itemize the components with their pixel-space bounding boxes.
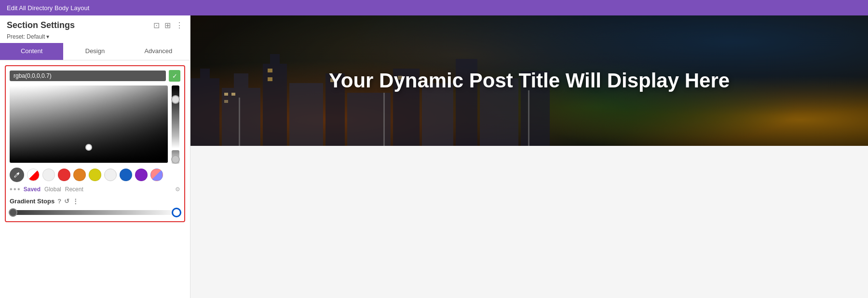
top-bar: Edit All Directory Body Layout [0,0,868,15]
swatch-blue[interactable] [120,169,132,181]
top-bar-label: Edit All Directory Body Layout [7,4,89,12]
color-tabs-dots[interactable]: • • • [10,185,20,194]
swatches-row [10,168,180,182]
alpha-slider-handle[interactable] [171,155,180,164]
main-layout: Section Settings ⊡ ⊞ ⋮ Preset: Default ▾… [0,15,868,298]
sidebar-header: Section Settings ⊡ ⊞ ⋮ [0,15,190,33]
svg-rect-1 [200,69,210,78]
color-tab-gear-icon[interactable]: ⚙ [175,186,180,193]
preset-arrow: ▾ [46,33,49,40]
gradient-stops-label: Gradient Stops [10,198,54,205]
hue-slider-handle[interactable] [171,95,180,104]
color-gradient-canvas[interactable] [10,85,168,163]
tab-bar: Content Design Advanced [0,43,190,60]
section-settings-title: Section Settings [7,20,75,30]
preview-area: Your Dynamic Post Title Will Display Her… [190,15,868,298]
swatch-yellow[interactable] [89,169,101,181]
svg-rect-14 [239,98,240,146]
swatch-red[interactable] [58,169,70,181]
svg-rect-6 [289,83,323,146]
color-tab-recent[interactable]: Recent [65,186,83,193]
color-tabs-row: • • • Saved Global Recent ⚙ [10,185,180,194]
swatch-purple[interactable] [135,169,148,181]
gradient-stop-left[interactable] [9,208,17,217]
color-picker-container: ✓ [5,65,185,222]
color-check-button[interactable]: ✓ [169,70,180,82]
preview-title: Your Dynamic Post Title Will Display Her… [329,69,730,92]
color-tab-saved[interactable]: Saved [24,186,41,193]
svg-rect-0 [190,78,219,146]
collapse-icon[interactable]: ⊞ [164,21,171,30]
color-input-row: ✓ [10,70,180,82]
tab-content[interactable]: Content [0,43,63,60]
tab-advanced[interactable]: Advanced [127,43,190,60]
gradient-stops-reset[interactable]: ↺ [64,198,69,205]
svg-rect-5 [270,54,280,64]
swatch-orange[interactable] [73,169,86,181]
swatch-white-2[interactable] [104,169,117,181]
svg-rect-15 [383,93,385,146]
sidebar: Section Settings ⊡ ⊞ ⋮ Preset: Default ▾… [0,15,190,298]
gradient-stops-row: Gradient Stops ? ↺ ⋮ [10,198,180,205]
color-canvas-wrapper [10,85,180,164]
gradient-bar-wrapper [10,208,180,217]
svg-rect-19 [224,100,228,103]
svg-rect-3 [234,73,248,88]
color-hex-input[interactable] [10,71,166,81]
gradient-stop-right[interactable] [172,208,181,217]
preset-text: Preset: Default [7,33,45,40]
gradient-canvas-handle[interactable] [85,144,92,151]
svg-rect-2 [222,88,260,146]
sidebar-title-icons: ⊡ ⊞ ⋮ [153,21,183,30]
expand-icon[interactable]: ⊡ [153,21,160,30]
svg-rect-10 [422,83,453,146]
swatch-white-1[interactable] [42,169,55,181]
eyedropper-button[interactable] [10,168,24,182]
gradient-bar[interactable] [10,210,180,215]
check-icon: ✓ [172,72,177,80]
hue-slider[interactable] [172,85,179,148]
preview-hero: Your Dynamic Post Title Will Display Her… [190,15,868,146]
city-buildings-svg [190,49,866,146]
sidebar-scroll: ✓ [0,60,190,298]
gradient-stops-help[interactable]: ? [57,198,61,205]
svg-rect-17 [224,93,228,96]
preset-label[interactable]: Preset: Default ▾ [0,33,190,43]
more-icon[interactable]: ⋮ [176,21,183,30]
svg-rect-21 [268,77,272,81]
eyedropper-icon [14,171,20,178]
svg-rect-18 [231,93,235,96]
alpha-slider[interactable] [172,150,179,164]
color-tab-global[interactable]: Global [44,186,61,193]
gradient-stops-more[interactable]: ⋮ [72,198,79,205]
svg-rect-20 [268,69,272,72]
tab-design[interactable]: Design [63,43,126,60]
swatch-gradient[interactable] [150,169,163,181]
svg-rect-16 [528,90,529,146]
preview-content [190,146,868,298]
swatch-diagonal[interactable] [27,169,40,181]
hue-slider-wrapper [171,85,180,164]
svg-rect-4 [263,64,287,146]
